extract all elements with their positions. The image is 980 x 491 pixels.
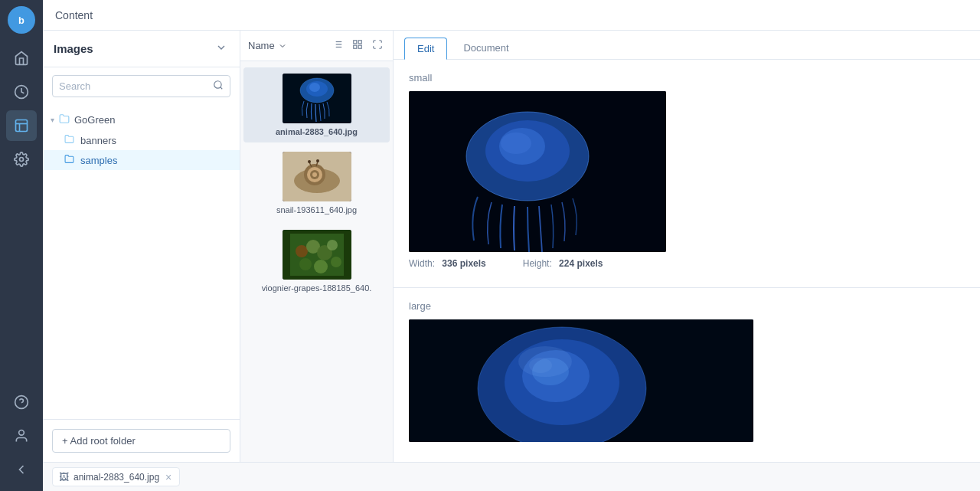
content-area: Images ▾ [43,31,980,462]
svg-rect-21 [354,45,357,48]
tree-item-gogreen[interactable]: ▾ GoGreen [43,110,240,130]
detail-tabs: Edit Document [394,31,980,60]
small-width-label: Width: 336 pixels [409,258,486,269]
small-height-value: 224 pixels [559,258,603,269]
bottom-tab-image-icon: 🖼 [59,471,69,483]
tree-item-banners[interactable]: banners [43,130,240,150]
tree-item-banners-label: banners [80,135,116,146]
svg-point-32 [312,172,317,177]
detail-content: small [394,60,980,462]
small-height-label: Height: 224 pixels [523,258,603,269]
search-box [52,75,230,97]
small-width-value: 336 pixels [442,258,485,269]
svg-rect-3 [16,120,28,132]
nav-item-user[interactable] [6,421,37,451]
nav-item-expand[interactable] [6,454,37,485]
file-thumb-grapes [283,230,351,280]
file-list: animal-2883_640.jpg [240,61,393,462]
sidebar-panel: Images ▾ [43,31,240,462]
image-section-large: large [409,300,965,442]
expand-view-button[interactable] [370,37,385,54]
sort-name-label: Name [248,40,325,51]
large-section-title: large [409,300,965,312]
nav-item-help[interactable] [6,387,37,417]
folder-icon [59,113,70,126]
nav-item-content[interactable] [6,110,37,141]
svg-point-39 [296,245,308,257]
svg-text:b: b [18,15,24,26]
add-root-folder-button[interactable]: + Add root folder [52,429,230,453]
file-item-snail[interactable]: snail-193611_640.jpg [243,146,390,221]
svg-point-9 [19,430,24,436]
tab-edit[interactable]: Edit [404,38,447,60]
svg-point-44 [314,260,328,273]
sidebar-footer: + Add root folder [43,419,240,462]
page-title: Content [55,9,93,21]
svg-point-43 [299,258,312,270]
caret-icon: ▾ [51,116,54,124]
bottom-tab-item-jellyfish[interactable]: 🖼 animal-2883_640.jpg × [52,467,180,486]
file-browser-toolbar: Name [240,31,393,61]
file-browser: Name [240,31,394,462]
file-item-grapes[interactable]: viognier-grapes-188185_640. [243,224,390,299]
large-image-preview [409,319,753,442]
file-thumb-jellyfish [283,74,351,123]
svg-point-26 [309,83,320,92]
search-input[interactable] [59,80,213,92]
bottom-tab-close-button[interactable]: × [164,472,173,483]
svg-point-6 [20,158,24,162]
tree-item-samples[interactable]: samples [43,150,240,170]
small-section-title: small [409,72,965,83]
small-image-meta: Width: 336 pixels Height: 224 pixels [409,258,965,269]
svg-point-45 [331,257,341,267]
svg-line-11 [220,87,223,90]
app-logo: b [8,6,35,34]
file-name-grapes: viognier-grapes-188185_640. [262,283,372,293]
small-image-preview [409,91,666,252]
file-item-jellyfish[interactable]: animal-2883_640.jpg [243,67,390,142]
file-name-snail: snail-193611_640.jpg [276,205,357,214]
file-thumb-snail [283,152,351,201]
svg-point-59 [529,358,552,373]
image-section-small: small [409,72,965,269]
detail-panel: Edit Document small [394,31,980,462]
nav-bar: b [0,0,43,491]
svg-rect-20 [358,45,361,48]
file-name-jellyfish: animal-2883_640.jpg [276,127,358,136]
top-header: Content [43,0,980,31]
tab-document[interactable]: Document [450,37,521,59]
svg-point-10 [214,81,221,88]
tree-item-gogreen-label: GoGreen [74,114,115,126]
grid-view-button[interactable] [350,37,365,54]
main-container: Content Images [43,0,980,491]
svg-rect-19 [358,41,361,44]
sidebar-dropdown-button[interactable] [214,40,229,57]
svg-point-51 [501,133,531,154]
folder-active-icon [64,154,74,166]
nav-item-home[interactable] [6,43,37,74]
tree-area: ▾ GoGreen banners [43,105,240,419]
tree-item-samples-label: samples [80,155,117,166]
section-divider [394,287,980,288]
bottom-tab-label: animal-2883_640.jpg [74,472,159,483]
sidebar-title: Images [54,42,93,55]
list-view-button[interactable] [330,37,345,54]
sidebar-header: Images [43,31,240,67]
search-icon-button[interactable] [213,80,224,93]
folder-icon [64,134,74,146]
svg-point-42 [327,240,338,250]
bottom-tab-bar: 🖼 animal-2883_640.jpg × [43,462,980,491]
svg-point-36 [316,159,319,162]
nav-item-history[interactable] [6,77,37,107]
svg-point-35 [308,160,311,163]
svg-rect-18 [354,41,357,44]
nav-item-settings[interactable] [6,144,37,175]
